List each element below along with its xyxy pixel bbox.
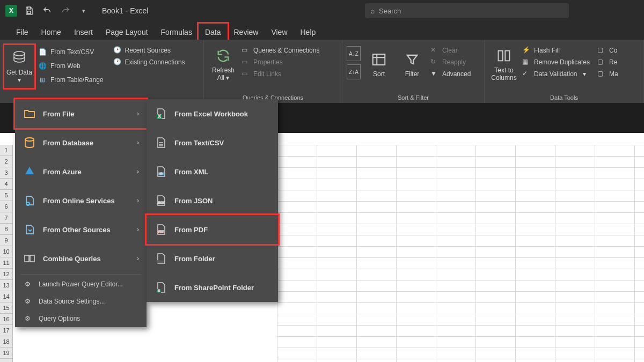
filter-sub-icon: ✕ [430,46,439,55]
row-header-11[interactable]: 11 [0,257,12,269]
menu-secondary-0[interactable]: ⚙Launch Power Query Editor... [15,276,147,293]
file-type-icon [154,136,168,150]
row-header-12[interactable]: 12 [0,269,12,280]
row-header-4[interactable]: 4 [0,179,12,190]
row-header-16[interactable]: 16 [0,314,12,325]
qat-dropdown-icon[interactable]: ▾ [77,4,90,17]
sort-asc-icon[interactable]: A↓Z [347,46,361,61]
menu-icon [23,107,36,121]
qc-item-1: ▭Properties [241,58,319,67]
gear-icon: ⚙ [23,297,32,306]
filter-button[interactable]: Filter [397,43,427,86]
dt-item-0[interactable]: ⚡Flash Fill [522,46,590,55]
menu-secondary-1[interactable]: ⚙Data Source Settings... [15,293,147,310]
partial-item-0[interactable]: ▢Co [597,46,618,55]
row-header-19[interactable]: 19 [0,348,12,359]
row-header-3[interactable]: 3 [0,167,12,179]
tab-view[interactable]: View [265,24,294,40]
menu-from-database[interactable]: From Database› [15,128,147,157]
sort-button[interactable]: Sort [364,43,394,86]
menu-icon [23,194,36,208]
row-header-1[interactable]: 1 [0,145,12,156]
dt-group-label: Data Tools [485,93,643,103]
search-placeholder: Search [379,7,401,15]
refresh-all-button[interactable]: Refresh All ▾ [208,43,238,86]
refresh-icon [215,47,232,64]
link-icon: ▭ [241,46,250,55]
menu-from-other-sources[interactable]: From Other Sources› [15,215,147,244]
submenu-from-text-csv[interactable]: From Text/CSV [147,128,278,157]
row-header-18[interactable]: 18 [0,336,12,348]
row-header-9[interactable]: 9 [0,235,12,246]
submenu-from-json[interactable]: JSONFrom JSON [147,186,278,215]
svg-text:X: X [158,114,161,118]
svg-rect-5 [505,51,509,61]
from-source-2[interactable]: ⊞From Table/Range [38,74,104,86]
tab-page-layout[interactable]: Page Layout [99,24,155,40]
tab-data[interactable]: Data [199,24,228,40]
row-headers[interactable]: 12345678910111213141516171819 [0,145,13,362]
filter-opt-2[interactable]: ▼Advanced [430,70,471,78]
svg-rect-4 [499,51,503,61]
row-header-5[interactable]: 5 [0,190,12,201]
dt-item-1[interactable]: ▦Remove Duplicates [522,58,590,67]
tab-review[interactable]: Review [228,24,265,40]
sf-group-label: Sort & Filter [342,93,484,103]
row-header-7[interactable]: 7 [0,212,12,224]
sort-desc-icon[interactable]: Z↓A [347,64,361,79]
cells-grid[interactable] [277,145,644,362]
qc-item-0[interactable]: ▭Queries & Connections [241,46,319,55]
tab-help[interactable]: Help [294,24,323,40]
submenu-from-pdf[interactable]: PDFFrom PDF [147,215,278,244]
dt-item-2[interactable]: ✓Data Validation ▾ [522,70,590,78]
tab-home[interactable]: Home [35,24,68,40]
filter-sub-icon: ↻ [430,58,439,67]
tab-file[interactable]: File [10,24,35,40]
from-source-0[interactable]: 📄From Text/CSV [38,46,104,58]
search-box[interactable]: ⌕ Search [365,3,569,18]
row-header-10[interactable]: 10 [0,246,12,257]
data-tools-list: ⚡Flash Fill▦Remove Duplicates✓Data Valid… [522,46,590,78]
row-header-15[interactable]: 15 [0,302,12,314]
get-data-label: Get Data ▾ [4,69,34,84]
submenu-from-xml[interactable]: </>From XML [147,157,278,186]
recent-0[interactable]: 🕑Recent Sources [113,46,185,55]
submenu-from-sharepoint-folder[interactable]: SFrom SharePoint Folder [147,273,278,302]
gear-icon: ⚙ [23,279,32,289]
menu-icon [23,223,36,237]
menu-from-online-services[interactable]: From Online Services› [15,186,147,215]
save-icon[interactable] [23,4,35,17]
qc-list: ▭Queries & Connections▭Properties▭Edit L… [241,46,319,78]
from-source-1[interactable]: 🌐From Web [38,60,104,72]
menu-secondary-2[interactable]: ⚙Query Options [15,310,147,327]
menu-from-file[interactable]: From File› [15,99,147,128]
menu-from-azure[interactable]: From Azure› [15,157,147,186]
filter-opt-1[interactable]: ↻Reapply [430,58,471,67]
get-data-button[interactable]: Get Data ▾ [4,45,34,88]
filter-opt-0[interactable]: ✕Clear [430,46,471,55]
menu-combine-queries[interactable]: Combine Queries› [15,244,147,273]
undo-icon[interactable] [41,4,54,17]
row-header-17[interactable]: 17 [0,325,12,336]
row-header-6[interactable]: 6 [0,201,12,212]
text-to-columns-button[interactable]: Text to Columns [489,43,519,86]
file-icon: ⊞ [38,75,47,85]
excel-logo-icon: X [5,5,17,17]
redo-icon[interactable] [59,4,72,17]
doc-icon: 🕑 [113,58,122,67]
recent-1[interactable]: 🕑Existing Connections [113,58,185,67]
chevron-right-icon: › [137,197,139,204]
partial-item-1[interactable]: ▢Re [597,58,618,67]
row-header-8[interactable]: 8 [0,224,12,235]
submenu-from-folder[interactable]: From Folder [147,244,278,273]
row-header-13[interactable]: 13 [0,280,12,291]
partial-item-2[interactable]: ▢Ma [597,70,618,78]
partial-icon: ▢ [597,70,606,78]
tab-formulas[interactable]: Formulas [155,24,199,40]
row-header-2[interactable]: 2 [0,156,12,167]
row-header-14[interactable]: 14 [0,291,12,302]
submenu-from-excel-workbook[interactable]: XFrom Excel Workbook [147,99,278,128]
file-type-icon [154,252,168,265]
get-data-menu: From File›From Database›From Azure›From … [15,99,147,327]
tab-insert[interactable]: Insert [68,24,99,40]
